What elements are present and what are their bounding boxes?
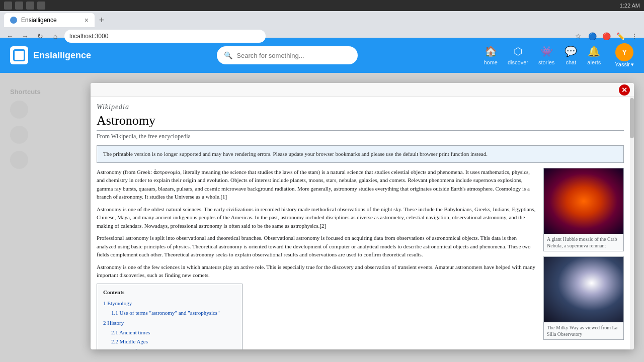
- nav-link-home[interactable]: 🏠 home: [484, 45, 498, 65]
- logo-icon: [10, 46, 28, 64]
- address-text: localhost:3000: [69, 33, 108, 40]
- wiki-paragraph-3: Professional astronomy is split into obs…: [97, 234, 537, 259]
- chat-icon: 💬: [565, 45, 577, 57]
- user-name: Yassir ▾: [615, 61, 634, 68]
- sidebar: Shortcuts: [10, 83, 91, 169]
- extension-icon-1[interactable]: 🔵: [587, 31, 598, 42]
- taskbar-icon-2[interactable]: [15, 2, 23, 10]
- tab-close-button[interactable]: ×: [85, 16, 89, 24]
- scrollbar-thumb[interactable]: [630, 98, 634, 138]
- browser-tab-active[interactable]: Ensialligence ×: [4, 13, 95, 27]
- toc-item-2-2: 2.2 Middle Ages: [111, 337, 236, 346]
- user-dropdown-icon: ▾: [631, 61, 634, 68]
- wikipedia-panel: ✕ Wikipedia Astronomy From Wikipedia, th…: [91, 83, 634, 349]
- search-bar-container: 🔍: [91, 46, 484, 64]
- user-avatar: Y: [615, 43, 633, 61]
- alerts-icon: 🔔: [588, 45, 600, 57]
- nav-link-chat[interactable]: 💬 chat: [565, 45, 577, 65]
- user-menu[interactable]: Y Yassir ▾: [615, 43, 634, 68]
- toc-item-1-1: 1.1 Use of terms "astronomy" and "astrop…: [111, 309, 236, 317]
- browser-menu-icon[interactable]: ⋮: [629, 31, 640, 42]
- wiki-article-title: Astronomy: [97, 113, 624, 131]
- header-nav-links: 🏠 home ⬡ discover 👾 stories 💬 chat 🔔 ale…: [484, 43, 634, 68]
- search-input[interactable]: [236, 52, 351, 59]
- nebula-graphic: [544, 168, 623, 234]
- discover-label: discover: [508, 59, 528, 65]
- scrollbar[interactable]: [630, 97, 634, 349]
- home-button[interactable]: ⌂: [49, 30, 61, 42]
- milkyway-image: [544, 257, 623, 322]
- bookmark-icon[interactable]: ☆: [573, 31, 584, 42]
- extension-icon-2[interactable]: 🔴: [601, 31, 612, 42]
- wiki-close-button[interactable]: ✕: [619, 84, 630, 96]
- taskbar-icon-3[interactable]: [26, 2, 34, 10]
- wikipedia-logo: Wikipedia: [97, 103, 624, 111]
- tab-title: Ensialligence: [21, 17, 57, 24]
- toc-item-2-1: 2.1 Ancient times: [111, 328, 236, 337]
- nav-link-stories[interactable]: 👾 stories: [538, 45, 554, 65]
- sidebar-title: Shortcuts: [10, 88, 91, 96]
- nav-link-alerts[interactable]: 🔔 alerts: [587, 45, 601, 65]
- extension-icon-3[interactable]: ✏️: [615, 31, 626, 42]
- page-content: Shortcuts ✕ Wikipedia Astronomy From Wik…: [0, 73, 644, 362]
- toc-item-2-3: 2.3 Scientific revolution: [111, 347, 236, 350]
- browser-chrome: 1:22 AM Ensialligence × + ← → ↻ ⌂ localh…: [0, 0, 644, 38]
- user-initial: Y: [622, 48, 626, 56]
- toc-item-2: 2 History: [103, 319, 236, 327]
- browser-top-bar: 1:22 AM: [0, 0, 644, 11]
- address-bar[interactable]: localhost:3000: [64, 30, 266, 43]
- stories-label: stories: [538, 59, 554, 65]
- wiki-paragraph-4: Astronomy is one of the few sciences in …: [97, 263, 537, 280]
- nebula-caption: A giant Hubble mosaic of the Crab Nebula…: [544, 234, 623, 251]
- discover-icon: ⬡: [514, 45, 522, 57]
- tab-favicon: [10, 17, 17, 24]
- wiki-paragraph-1: Astronomy (from Greek: ἀστρονομία, liter…: [97, 168, 537, 201]
- wiki-toc-title: Contents: [103, 288, 236, 297]
- wiki-toc: Contents 1 Etymology 1.1 Use of terms "a…: [97, 284, 243, 350]
- wiki-panel-header: ✕: [91, 83, 634, 97]
- taskbar-icon-1[interactable]: [4, 2, 12, 10]
- search-icon: 🔍: [224, 51, 232, 59]
- toc-item-1: 1 Etymology: [103, 299, 236, 308]
- milkyway-graphic: [544, 257, 623, 322]
- nav-link-discover[interactable]: ⬡ discover: [508, 45, 528, 65]
- forward-button[interactable]: →: [19, 30, 31, 42]
- wiki-subtitle: From Wikipedia, the free encyclopedia: [97, 133, 624, 140]
- system-tray: 1:22 AM: [620, 3, 640, 9]
- wiki-article-text: Astronomy (from Greek: ἀστρονομία, liter…: [97, 168, 537, 350]
- system-time: 1:22 AM: [620, 3, 640, 9]
- refresh-button[interactable]: ↻: [34, 30, 46, 42]
- tab-bar: Ensialligence × +: [0, 11, 644, 27]
- browser-system-icons: [4, 2, 45, 10]
- stories-icon: 👾: [540, 45, 553, 57]
- wiki-paragraph-2: Astronomy is one of the oldest natural s…: [97, 205, 537, 230]
- wiki-images: A giant Hubble mosaic of the Crab Nebula…: [543, 168, 624, 350]
- logo-icon-inner: [13, 49, 25, 61]
- home-label: home: [484, 59, 498, 65]
- browser-nav-right: ☆ 🔵 🔴 ✏️ ⋮: [573, 31, 640, 42]
- back-button[interactable]: ←: [4, 30, 16, 42]
- app-header: Ensialligence 🔍 🏠 home ⬡ discover 👾 stor…: [0, 38, 644, 73]
- wiki-notice-box: The printable version is no longer suppo…: [97, 145, 624, 163]
- search-bar[interactable]: 🔍: [217, 46, 358, 64]
- wiki-image-nebula: A giant Hubble mosaic of the Crab Nebula…: [543, 168, 624, 251]
- app-title: Ensialligence: [33, 50, 91, 61]
- milkyway-caption: The Milky Way as viewed from La Silla Ob…: [544, 322, 623, 339]
- taskbar-icon-4[interactable]: [37, 2, 45, 10]
- alerts-label: alerts: [587, 59, 601, 65]
- wiki-content: Wikipedia Astronomy From Wikipedia, the …: [91, 97, 634, 349]
- nebula-image: [544, 168, 623, 234]
- wiki-image-milkyway: The Milky Way as viewed from La Silla Ob…: [543, 256, 624, 340]
- home-icon: 🏠: [485, 45, 497, 57]
- app-logo: Ensialligence: [10, 46, 91, 64]
- wiki-body: Astronomy (from Greek: ἀστρονομία, liter…: [97, 168, 624, 350]
- chat-label: chat: [566, 59, 576, 65]
- toc-list: 1 Etymology 1.1 Use of terms "astronomy"…: [103, 299, 236, 349]
- new-tab-button[interactable]: +: [95, 13, 109, 27]
